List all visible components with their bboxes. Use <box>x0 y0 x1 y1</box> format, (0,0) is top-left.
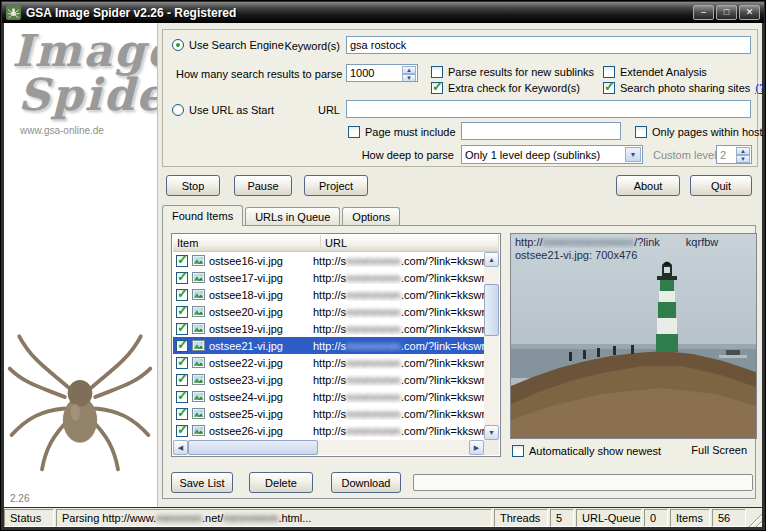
found-items-panel: Item URL ostsee16-vi.jpghttp://smmmmmm.c… <box>162 225 756 499</box>
row-checkbox[interactable] <box>176 408 188 420</box>
row-filename: ostsee23-vi.jpg <box>209 374 313 386</box>
save-list-button[interactable]: Save List <box>171 472 233 493</box>
row-checkbox[interactable] <box>176 255 188 267</box>
vertical-scrollbar-thumb[interactable] <box>484 284 499 336</box>
checkbox-icon <box>348 126 360 138</box>
checkbox-icon <box>431 66 443 78</box>
page-include-input[interactable] <box>461 122 621 140</box>
image-file-icon <box>192 255 205 266</box>
row-checkbox[interactable] <box>176 425 188 437</box>
custom-level-input[interactable]: 2 <box>716 145 752 164</box>
close-button[interactable]: ✕ <box>739 5 760 20</box>
row-url: http://smmmmmm.com/?link=kkswr <box>313 391 484 403</box>
list-row[interactable]: ostsee26-vi.jpghttp://smmmmmm.com/?link=… <box>173 422 484 439</box>
row-url: http://smmmmmm.com/?link=kkswr <box>313 289 484 301</box>
tab-found-items[interactable]: Found Items <box>162 205 243 226</box>
results-count-label: How many search results to parse <box>176 68 342 81</box>
image-file-icon <box>192 374 205 385</box>
row-checkbox[interactable] <box>176 391 188 403</box>
use-url-radio[interactable]: Use URL as Start <box>172 103 274 116</box>
logo-spider-text: Spider <box>18 69 158 120</box>
list-row[interactable]: ostsee23-vi.jpghttp://smmmmmm.com/?link=… <box>173 371 484 388</box>
parse-sublinks-checkbox[interactable]: Parse results for new sublinks <box>431 65 594 78</box>
horizontal-scrollbar-thumb[interactable] <box>188 440 318 455</box>
horizontal-scrollbar[interactable] <box>173 440 484 455</box>
list-row[interactable]: ostsee19-vi.jpghttp://smmmmmm.com/?link=… <box>173 320 484 337</box>
pause-button[interactable]: Pause <box>234 175 292 196</box>
row-checkbox[interactable] <box>176 357 188 369</box>
photo-sites-checkbox[interactable]: Search photo sharing sites (?) <box>603 81 766 94</box>
parsing-blurred-2: mmmmmm <box>223 512 278 524</box>
row-checkbox[interactable] <box>176 306 188 318</box>
stop-button[interactable]: Stop <box>166 175 220 196</box>
spin-down-icon[interactable] <box>402 74 416 82</box>
column-header-item[interactable]: Item <box>173 235 321 251</box>
threads-value: 5 <box>550 509 574 527</box>
keywords-input[interactable]: gsa rostock <box>346 36 751 54</box>
list-row[interactable]: ostsee16-vi.jpghttp://smmmmmm.com/?link=… <box>173 252 484 269</box>
preview-url: http://mmmmmmmmmm/?linkkqrfbw <box>515 236 754 248</box>
list-row[interactable]: ostsee24-vi.jpghttp://smmmmmm.com/?link=… <box>173 388 484 405</box>
row-filename: ostsee24-vi.jpg <box>209 391 313 403</box>
only-host-checkbox[interactable]: Only pages within host <box>635 125 763 138</box>
website-link[interactable]: www.gsa-online.de <box>20 125 104 136</box>
row-checkbox[interactable] <box>176 289 188 301</box>
titlebar[interactable]: GSA Image Spider v2.26 - Registered – □ … <box>2 2 764 23</box>
download-button[interactable]: Download <box>331 472 401 493</box>
auto-show-newest-checkbox[interactable]: Automatically show newest <box>512 444 661 457</box>
depth-value: Only 1 level deep (sublinks) <box>465 149 600 161</box>
list-row[interactable]: ostsee21-vi.jpghttp://smmmmmm.com/?link=… <box>173 337 484 354</box>
list-row[interactable]: ostsee25-vi.jpghttp://smmmmmm.com/?link=… <box>173 405 484 422</box>
row-url: http://smmmmmm.com/?link=kkswr <box>313 255 484 267</box>
resize-grip[interactable] <box>748 509 762 527</box>
scroll-up-icon[interactable] <box>484 252 499 267</box>
row-checkbox[interactable] <box>176 340 188 352</box>
row-checkbox[interactable] <box>176 272 188 284</box>
preview-url-mid: /?link <box>634 236 660 248</box>
minimize-button[interactable]: – <box>693 5 714 20</box>
vertical-scrollbar[interactable] <box>484 252 499 440</box>
extended-analysis-label: Extendet Analysis <box>620 66 707 78</box>
depth-select[interactable]: Only 1 level deep (sublinks) <box>461 145 643 164</box>
use-search-engine-radio[interactable]: Use Search Engine <box>172 38 284 51</box>
extended-analysis-checkbox[interactable]: Extendet Analysis <box>603 65 707 78</box>
project-button[interactable]: Project <box>304 175 368 196</box>
items-value: 56 <box>712 509 746 527</box>
dropdown-arrow-icon[interactable] <box>625 147 641 162</box>
page-include-checkbox[interactable]: Page must include <box>348 125 456 138</box>
quit-button[interactable]: Quit <box>690 175 752 196</box>
spin-up-icon[interactable] <box>402 66 416 74</box>
scrollbar-corner <box>484 440 499 455</box>
status-bar: Status Parsing http://www.mmmmm.net/mmmm… <box>4 508 762 527</box>
delete-button[interactable]: Delete <box>249 472 313 493</box>
row-checkbox[interactable] <box>176 323 188 335</box>
url-input[interactable] <box>346 100 751 118</box>
list-row[interactable]: ostsee18-vi.jpghttp://smmmmmm.com/?link=… <box>173 286 484 303</box>
list-row[interactable]: ostsee22-vi.jpghttp://smmmmmm.com/?link=… <box>173 354 484 371</box>
row-url: http://smmmmmm.com/?link=kkswr <box>313 357 484 369</box>
list-row[interactable]: ostsee20-vi.jpghttp://smmmmmm.com/?link=… <box>173 303 484 320</box>
scroll-right-icon[interactable] <box>469 440 484 455</box>
tab-urls-in-queue[interactable]: URLs in Queue <box>245 207 340 225</box>
spin-up-icon[interactable] <box>736 147 750 155</box>
help-link[interactable]: (?) <box>755 82 766 94</box>
extra-check-checkbox[interactable]: Extra check for Keyword(s) <box>431 81 580 94</box>
scroll-left-icon[interactable] <box>173 440 188 455</box>
image-preview[interactable]: http://mmmmmmmmmm/?linkkqrfbw ostsee21-v… <box>510 233 757 439</box>
preview-url-tail: kqrfbw <box>686 236 718 248</box>
full-screen-link[interactable]: Full Screen <box>691 444 747 456</box>
tab-options[interactable]: Options <box>342 207 400 225</box>
keywords-value: gsa rostock <box>350 39 406 51</box>
spin-down-icon[interactable] <box>736 155 750 163</box>
list-row[interactable]: ostsee17-vi.jpghttp://smmmmmm.com/?link=… <box>173 269 484 286</box>
checkbox-icon <box>635 126 647 138</box>
about-button[interactable]: About <box>616 175 680 196</box>
scroll-down-icon[interactable] <box>484 425 499 440</box>
row-checkbox[interactable] <box>176 374 188 386</box>
maximize-button[interactable]: □ <box>716 5 737 20</box>
column-header-url[interactable]: URL <box>321 235 499 251</box>
photo-sites-label: Search photo sharing sites <box>620 82 750 94</box>
results-count-input[interactable]: 1000 <box>346 64 418 82</box>
row-url: http://smmmmmm.com/?link=kkswr <box>313 323 484 335</box>
row-filename: ostsee26-vi.jpg <box>209 425 313 437</box>
